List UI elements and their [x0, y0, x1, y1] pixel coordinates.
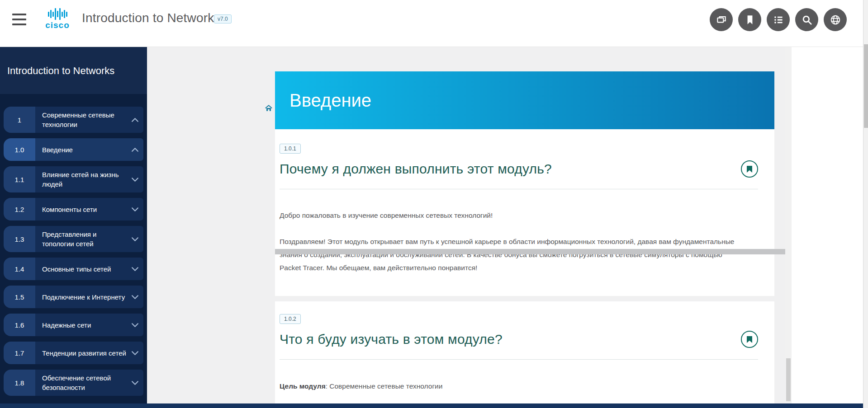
sidebar-item-1-2[interactable]: 1.2 Компоненты сети [4, 198, 143, 220]
module-number: 1.4 [4, 258, 35, 280]
module-label: Тенденции развития сетей [42, 348, 126, 358]
sidebar-item-1-8[interactable]: 1.8 Обеспечение сетевой безопасности [4, 370, 143, 396]
home-icon [265, 104, 273, 112]
bookmark-icon [744, 14, 756, 26]
list-icon [773, 14, 784, 26]
module-goal-label: Цель модуля [280, 382, 326, 390]
chevron-down-icon [131, 295, 139, 300]
chevron-up-icon [131, 117, 139, 122]
bookmark-section-button[interactable] [741, 160, 758, 178]
slides-button[interactable] [710, 8, 733, 31]
module-nav-list: 1 Современные сетевые технологии 1.0 Вве… [0, 94, 147, 396]
cisco-wordmark: cisco [43, 21, 72, 30]
sidebar-course-title: Introduction to Networks [7, 65, 140, 77]
course-sidebar: Introduction to Networks 1 Современные с… [0, 47, 147, 408]
module-number: 1.0 [4, 138, 35, 161]
sidebar-item-1[interactable]: 1 Современные сетевые технологии [4, 107, 143, 133]
section-card-1-0-2: 1.0.2 Что я буду изучать в этом модуле? … [275, 301, 774, 403]
contents-button[interactable] [767, 8, 790, 31]
chevron-down-icon [131, 177, 139, 182]
content-scrollbar [785, 47, 792, 408]
footer-bar [0, 403, 863, 408]
section-divider [280, 359, 758, 360]
module-goal-text: : Современные сетевые технологии [326, 382, 443, 390]
module-number: 1.8 [4, 370, 35, 396]
sidebar-item-1-0[interactable]: 1.0 Введение [4, 138, 143, 161]
module-label: Современные сетевые технологии [42, 110, 128, 129]
section-paragraph: Поздравляем! Этот модуль открывает вам п… [280, 235, 737, 274]
bookmark-icon [746, 336, 753, 343]
chevron-down-icon [131, 267, 139, 272]
module-goal: Цель модуля: Современные сетевые техноло… [280, 382, 758, 390]
language-button[interactable] [824, 8, 847, 31]
bookmarks-button[interactable] [738, 8, 761, 31]
version-badge: v7.0 [214, 14, 232, 23]
sidebar-item-1-7[interactable]: 1.7 Тенденции развития сетей [4, 342, 143, 364]
window-stack-icon [716, 14, 727, 26]
sidebar-header: Introduction to Networks [0, 47, 147, 94]
section-separator-bar [275, 249, 785, 254]
window-scrollbar-thumb[interactable] [864, 44, 868, 128]
bookmark-section-button[interactable] [741, 331, 758, 348]
hamburger-icon [12, 14, 26, 15]
cisco-logo: cisco [43, 7, 72, 34]
sidebar-item-1-1[interactable]: 1.1 Влияние сетей на жизнь людей [4, 166, 143, 192]
module-number: 1.1 [4, 166, 35, 192]
module-number: 1.6 [4, 314, 35, 336]
module-label: Компоненты сети [42, 205, 97, 214]
module-label: Надежные сети [42, 320, 91, 330]
module-number: 1.3 [4, 226, 35, 252]
module-label: Введение [42, 145, 73, 155]
chevron-down-icon [131, 351, 139, 356]
chevron-down-icon [131, 380, 139, 385]
module-number: 1.5 [4, 286, 35, 308]
module-label: Представления и топологии сетей [42, 230, 128, 249]
window-scrollbar [863, 0, 868, 408]
module-number: 1.7 [4, 342, 35, 364]
section-card-1-0-1: 1.0.1 Почему я должен выполнить этот мод… [275, 129, 774, 296]
module-number: 1.2 [4, 198, 35, 220]
module-number: 1 [4, 107, 35, 133]
sidebar-item-1-6[interactable]: 1.6 Надежные сети [4, 314, 143, 336]
header-toolbar [710, 8, 847, 31]
sidebar-item-1-4[interactable]: 1.4 Основные типы сетей [4, 258, 143, 280]
sidebar-item-1-5[interactable]: 1.5 Подключение к Интернету [4, 286, 143, 308]
section-badge: 1.0.2 [280, 314, 301, 324]
sidebar-item-1-3[interactable]: 1.3 Представления и топологии сетей [4, 226, 143, 252]
banner-title: Введение [275, 90, 371, 111]
module-banner: Введение [275, 71, 774, 129]
globe-icon [830, 14, 841, 26]
chevron-down-icon [131, 207, 139, 212]
module-label: Влияние сетей на жизнь людей [42, 170, 128, 189]
module-label: Подключение к Интернету [42, 292, 125, 302]
module-label: Обеспечение сетевой безопасности [42, 373, 128, 392]
search-button[interactable] [795, 8, 818, 31]
search-icon [801, 14, 813, 26]
chevron-down-icon [131, 237, 139, 242]
breadcrumb-home-link[interactable] [265, 104, 273, 112]
cisco-logo-icon [43, 7, 72, 21]
app-header: cisco Introduction to Networks v7.0 [0, 0, 868, 47]
section-divider [280, 189, 758, 189]
hamburger-menu-button[interactable] [12, 14, 28, 26]
section-title: Почему я должен выполнить этот модуль? [280, 161, 552, 177]
section-badge: 1.0.1 [280, 144, 301, 154]
bookmark-icon [746, 165, 753, 173]
content-pane: / Современные сетевые технологии / ... В… [147, 47, 785, 408]
chevron-up-icon [131, 147, 139, 152]
content-scrollbar-thumb[interactable] [786, 358, 791, 401]
section-title: Что я буду изучать в этом модуле? [280, 332, 503, 347]
course-title-header: Introduction to Networks [82, 11, 221, 25]
module-label: Основные типы сетей [42, 264, 111, 274]
section-paragraph: Добро пожаловать в изучение современных … [280, 209, 758, 222]
chevron-down-icon [131, 323, 139, 328]
